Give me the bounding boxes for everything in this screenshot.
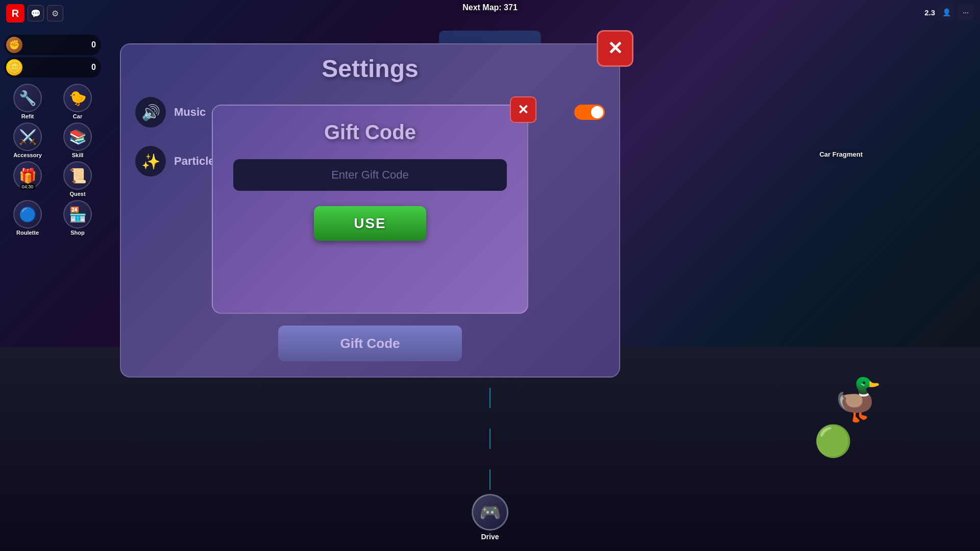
music-label: Music [174,106,206,119]
car-icon: 🐤 [63,84,92,112]
top-left-icons: R 💬 ⚙ [6,4,63,22]
chat-button[interactable]: 💬 [28,5,44,21]
left-sidebar: ✊ 0 🪙 0 🔧 Refit 🐤 Car ⚔️ Accessory 📚 Ski… [0,31,105,240]
sidebar-item-roulette[interactable]: 🔵 Roulette [4,200,51,236]
quest-label: Quest [69,191,85,197]
fist-resource-bar: ✊ 0 [4,35,101,55]
use-button[interactable]: USE [314,206,426,241]
music-icon-circle: 🔊 [135,97,166,128]
sidebar-item-gift[interactable]: 🎁 04:30 [4,161,51,197]
coin-icon: 🪙 [6,59,22,76]
accessory-label: Accessory [13,152,42,158]
sidebar-item-skill[interactable]: 📚 Skill [54,122,101,158]
sidebar-item-quest[interactable]: 📜 Quest [54,161,101,197]
sidebar-item-refit[interactable]: 🔧 Refit [4,84,51,119]
skill-label: Skill [72,152,84,158]
sidebar-item-accessory[interactable]: ⚔️ Accessory [4,122,51,158]
fist-icon: ✊ [6,37,22,53]
gift-code-bottom-label: Gift Code [340,336,400,352]
gift-code-input[interactable] [233,159,507,191]
sidebar-item-car[interactable]: 🐤 Car [54,84,101,119]
drive-icon: 🎮 [472,494,508,531]
refit-label: Refit [21,113,34,119]
fist-count: 0 [91,40,96,49]
settings-title: Settings [131,55,609,83]
roblox-icon[interactable]: R [6,4,24,22]
accessory-icon: ⚔️ [13,122,42,151]
settings-hud-button[interactable]: ⚙ [47,5,63,21]
roulette-icon: 🔵 [13,200,42,229]
coin-count: 0 [91,63,96,72]
version-badge: 2.3 [924,8,935,17]
settings-close-button[interactable]: ✕ [597,30,633,67]
gift-code-bottom-button[interactable]: Gift Code [278,325,462,361]
gift-timer: 04:30 [20,184,36,190]
car-fragment-label: Car Fragment [819,151,863,158]
drive-button[interactable]: 🎮 Drive [472,494,508,541]
gift-code-panel: ✕ Gift Code USE [212,105,528,314]
slime-decoration: 🟢 [814,423,852,459]
top-hud: R 💬 ⚙ Next Map: 371 2.3 👤 ··· [0,0,980,27]
gift-code-title: Gift Code [324,121,416,144]
coin-resource-bar: 🪙 0 [4,57,101,78]
duck-decoration: 🦆 [832,375,883,423]
gift-code-close-button[interactable]: ✕ [510,96,536,123]
refit-icon: 🔧 [13,84,42,112]
more-menu-button[interactable]: ··· [958,4,974,20]
shop-label: Shop [70,230,85,236]
particles-icon-circle: ✨ [135,146,166,177]
quest-icon: 📜 [63,161,92,190]
sidebar-buttons: 🔧 Refit 🐤 Car ⚔️ Accessory 📚 Skill 🎁 04:… [4,84,101,236]
sidebar-item-shop[interactable]: 🏪 Shop [54,200,101,236]
music-toggle-knob [591,106,603,118]
next-map-label: Next Map: 371 [462,3,518,12]
gift-icon: 🎁 04:30 [13,161,42,190]
profile-button[interactable]: 👤 [938,4,954,20]
roulette-label: Roulette [16,230,39,236]
drive-label: Drive [481,533,499,541]
skill-icon: 📚 [63,122,92,151]
top-right-controls: 2.3 👤 ··· [924,4,974,20]
car-label: Car [73,113,82,119]
shop-icon: 🏪 [63,200,92,229]
music-toggle[interactable] [574,105,605,120]
